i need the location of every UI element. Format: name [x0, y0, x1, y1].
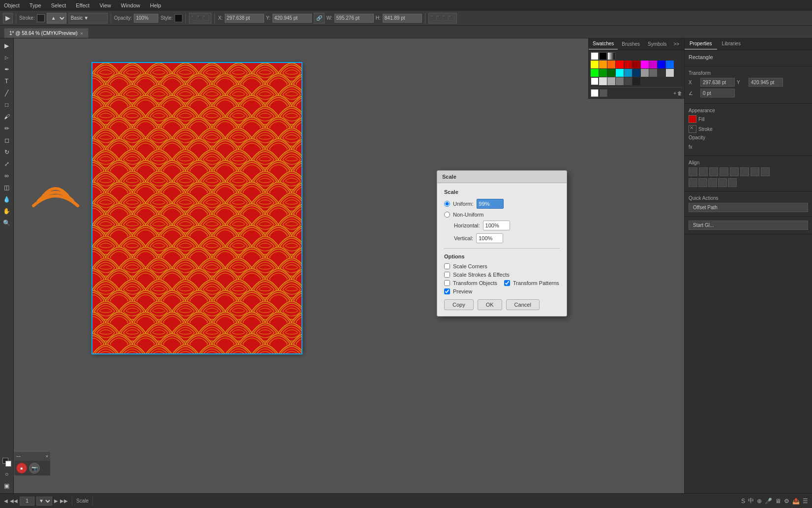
tab-close-btn[interactable]: × — [81, 31, 83, 36]
tray-icon-4[interactable]: 🎤 — [765, 498, 772, 505]
swatch-grid-icon[interactable] — [600, 89, 607, 97]
transform-objects-checkbox[interactable] — [444, 280, 450, 286]
swatch-cyan[interactable] — [616, 69, 624, 77]
swatch-gradient[interactable] — [607, 52, 615, 60]
vertical-input[interactable] — [476, 233, 503, 243]
eyedropper-tool[interactable]: 💧 — [1, 194, 12, 205]
rotate-tool[interactable]: ↻ — [1, 147, 12, 158]
page-number-input[interactable] — [20, 497, 34, 506]
delete-swatch-icon[interactable]: 🗑 — [677, 91, 682, 96]
menu-item-help[interactable]: Help — [148, 1, 163, 9]
new-swatch-icon[interactable]: + — [673, 91, 676, 96]
swatch-darkgreen2[interactable] — [607, 69, 615, 77]
swatch-teal[interactable] — [624, 69, 632, 77]
menu-item-window[interactable]: Window — [119, 1, 142, 9]
non-uniform-radio[interactable] — [444, 212, 450, 218]
main-tab[interactable]: 1* @ 58.64 % (CMYK/Preview) × — [4, 28, 89, 38]
last-page-icon[interactable]: ▶▶ — [60, 498, 68, 504]
swatch-darkgray[interactable] — [649, 69, 657, 77]
transform-icons[interactable]: ⬛⬛⬛⬛ — [428, 13, 457, 24]
drawing-mode[interactable]: ○ — [1, 469, 12, 479]
swatch-green[interactable] — [591, 69, 599, 77]
swatch-lightgray[interactable] — [666, 69, 674, 77]
swatch-nearblack[interactable] — [632, 77, 640, 85]
align-right-btn[interactable] — [709, 167, 718, 176]
direct-select-tool[interactable]: ▷ — [1, 52, 12, 63]
horizontal-input[interactable] — [483, 221, 510, 230]
preview-checkbox[interactable] — [444, 288, 450, 294]
eraser-tool[interactable]: ◻ — [1, 135, 12, 146]
swatch-white2[interactable] — [591, 77, 599, 85]
fill-swatch[interactable] — [689, 115, 696, 123]
angle-panel-input[interactable] — [700, 89, 735, 97]
tray-icon-3[interactable]: ⊕ — [757, 498, 762, 505]
libraries-tab[interactable]: Libraries — [717, 38, 746, 50]
cancel-button[interactable]: Cancel — [506, 299, 540, 310]
scale-tool[interactable]: ⤢ — [1, 159, 12, 169]
swatch-yellow[interactable] — [591, 61, 599, 68]
x-input[interactable] — [225, 14, 264, 23]
style-dropdown[interactable]: Basic ▼ — [68, 13, 108, 24]
scale-corners-checkbox[interactable] — [444, 263, 450, 269]
selection-tool[interactable]: ▶ — [1, 40, 12, 51]
swatch-magenta[interactable] — [641, 61, 649, 68]
mini-window[interactable]: — × ■ 📷 — [14, 451, 51, 476]
copy-button[interactable]: Copy — [444, 299, 474, 310]
menu-item-object[interactable]: Object — [2, 1, 22, 9]
swatches-menu-icon[interactable]: ≡ — [682, 39, 684, 49]
line-tool[interactable]: ╱ — [1, 88, 12, 98]
swatch-red[interactable] — [616, 61, 624, 68]
canvas-area[interactable]: — × ■ 📷 Scale Scale Uniform: — [14, 38, 684, 493]
swatch-gray[interactable] — [641, 69, 649, 77]
swatch-gray3[interactable] — [616, 77, 624, 85]
stroke-color-picker[interactable] — [37, 14, 45, 22]
uniform-input[interactable] — [477, 199, 504, 209]
mini-window-close-icon[interactable]: × — [46, 454, 48, 459]
align-icons[interactable]: ⬛⬛⬛ — [189, 13, 211, 24]
tray-icon-5[interactable]: 🖥 — [775, 498, 781, 505]
gradient-tool[interactable]: ◫ — [1, 182, 12, 193]
swatch-darkred2[interactable] — [632, 61, 640, 68]
paintbrush-tool[interactable]: 🖌 — [1, 111, 12, 122]
y-input[interactable] — [272, 14, 312, 23]
stroke-swatch[interactable] — [689, 125, 696, 133]
swatch-orange2[interactable] — [607, 61, 615, 68]
align-bottom-btn[interactable] — [740, 167, 749, 176]
swatch-white[interactable] — [591, 52, 599, 60]
align-distribute-h[interactable] — [751, 167, 759, 176]
swatch-darkred[interactable] — [624, 61, 632, 68]
shape-tool[interactable]: □ — [1, 99, 12, 110]
tray-icon-8[interactable]: ☰ — [803, 498, 808, 505]
delete-btn[interactable] — [728, 178, 737, 187]
scale-strokes-checkbox[interactable] — [444, 272, 450, 278]
tray-icon-1[interactable]: S — [741, 498, 745, 505]
menu-item-type[interactable]: Type — [28, 1, 43, 9]
menu-item-select[interactable]: Select — [49, 1, 68, 9]
zoom-tool[interactable]: 🔍 — [1, 218, 12, 228]
change-screen-mode[interactable]: ▣ — [1, 480, 12, 491]
swatch-black[interactable] — [599, 52, 607, 60]
swatch-darkgreen[interactable] — [599, 69, 607, 77]
brushes-tab[interactable]: Brushes — [618, 39, 644, 49]
pencil-tool[interactable]: ✏ — [1, 123, 12, 134]
arrange-forward-btn[interactable] — [708, 178, 717, 187]
tray-icon-2[interactable]: 中 — [748, 497, 754, 505]
swatch-list-icon[interactable] — [591, 89, 599, 97]
style-swatch[interactable] — [175, 14, 182, 22]
swatch-orange[interactable] — [599, 61, 607, 68]
group-btn[interactable] — [718, 178, 727, 187]
swatch-silver[interactable] — [599, 77, 607, 85]
y-panel-input[interactable] — [749, 78, 783, 87]
menu-item-view[interactable]: View — [97, 1, 113, 9]
uniform-radio[interactable] — [444, 201, 450, 207]
fill-stroke-indicator[interactable] — [1, 457, 12, 468]
tray-icon-6[interactable]: ⚙ — [784, 498, 789, 505]
swatches-expand-icon[interactable]: >> — [670, 39, 682, 49]
symbols-tab[interactable]: Symbols — [644, 39, 670, 49]
align-distribute-v[interactable] — [761, 167, 770, 176]
h-input[interactable] — [383, 14, 422, 23]
arrange-back-btn[interactable] — [698, 178, 707, 187]
stroke-dropdown[interactable]: ▲ — [47, 13, 66, 24]
link-icon[interactable]: 🔗 — [314, 13, 325, 24]
swatch-blue2[interactable] — [666, 61, 674, 68]
